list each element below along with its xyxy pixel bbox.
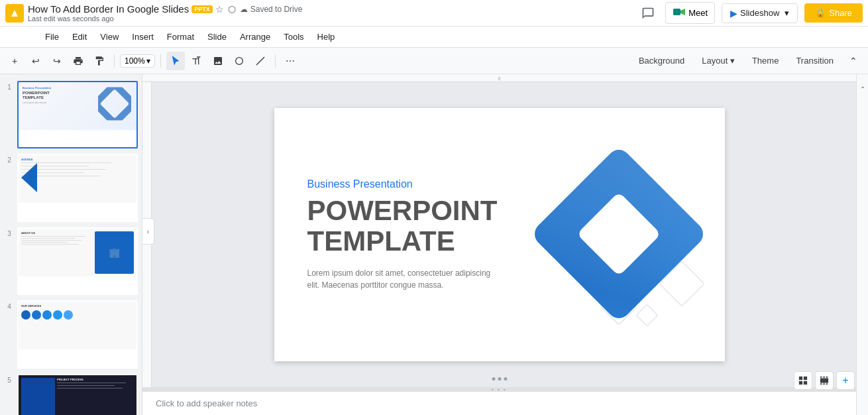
divider-3 — [275, 54, 276, 68]
toolbar-right: Background Layout ▾ Theme Transition ⌃ — [632, 52, 863, 70]
slide-1-thumbnail[interactable]: Business Presentation POWERPOINTTEMPLATE… — [17, 81, 138, 148]
svg-rect-13 — [804, 377, 807, 380]
share-label: Share — [829, 8, 852, 18]
transition-button[interactable]: Transition — [789, 53, 840, 68]
redo-button[interactable]: ↪ — [48, 52, 66, 70]
main-layout: 1 Business Presentation POWERPOINTTEMPLA… — [0, 74, 868, 415]
slide-5-thumbnail[interactable]: PROJECT PROCESS — [17, 374, 138, 416]
dot-1 — [492, 377, 495, 381]
menu-edit[interactable]: Edit — [67, 29, 92, 44]
slideshow-icon: ▶ — [730, 8, 737, 19]
drive-icon[interactable]: ⬡ — [228, 4, 236, 15]
svg-rect-18 — [823, 377, 825, 378]
svg-rect-4 — [98, 88, 131, 121]
last-edit-text: Last edit was seconds ago — [28, 15, 302, 23]
pptx-badge: PPTX — [191, 5, 213, 13]
menu-help[interactable]: Help — [312, 29, 341, 44]
panel-collapse-button[interactable]: ‹ — [142, 218, 154, 245]
slideshow-button[interactable]: ▶ Slideshow ▾ — [722, 3, 798, 23]
svg-point-2 — [235, 57, 243, 64]
slide-4-thumbnail[interactable]: OUR SERVICES — [17, 300, 138, 368]
menu-format[interactable]: Format — [162, 29, 199, 44]
slide-num-5: 5 — [4, 377, 15, 384]
slide-num-3: 3 — [4, 230, 15, 237]
star-icon[interactable]: ☆ — [215, 4, 224, 15]
saved-to-drive: ☁ Saved to Drive — [240, 4, 303, 15]
menu-file[interactable]: File — [40, 29, 64, 44]
slide-num-2: 2 — [4, 156, 15, 164]
slide-num-4: 4 — [4, 303, 15, 310]
speaker-notes[interactable]: Click to add speaker notes — [142, 391, 856, 415]
slide-body: Lorem ipsum dolor sit amet, consectetuer… — [307, 267, 519, 291]
svg-text:0: 0 — [498, 76, 501, 81]
zoom-value: 100% — [125, 56, 145, 66]
zoom-in-button[interactable]: + — [836, 371, 855, 390]
slideshow-dropdown-icon[interactable]: ▾ — [785, 8, 789, 18]
undo-button[interactable]: ↩ — [27, 52, 45, 70]
title-icons: ☆ ⬡ ☁ Saved to Drive — [215, 4, 303, 15]
zoom-dropdown-icon: ▾ — [146, 56, 150, 66]
svg-rect-12 — [799, 377, 802, 380]
right-panel-collapse[interactable]: ⌃ — [857, 80, 868, 98]
slide-2-thumbnail[interactable]: AGENDA — [17, 154, 138, 221]
comment-button[interactable] — [637, 3, 659, 24]
zoom-control[interactable]: 100% ▾ — [120, 54, 155, 68]
line-tool[interactable] — [251, 52, 270, 70]
svg-rect-14 — [799, 381, 802, 385]
menu-slide[interactable]: Slide — [202, 29, 232, 44]
layout-button[interactable]: Layout ▾ — [695, 53, 741, 68]
slide-3-thumbnail[interactable]: ABOUT US 🏢 — [17, 227, 138, 295]
diamond-svg — [533, 135, 705, 333]
svg-rect-15 — [804, 381, 807, 385]
slide-thumb-4[interactable]: 4 OUR SERVICES — [3, 299, 139, 369]
meet-button[interactable]: Meet — [665, 2, 715, 24]
lock-icon: 🔒 — [815, 8, 826, 18]
grid-view-button[interactable] — [794, 371, 812, 390]
print-button[interactable] — [69, 52, 87, 70]
shape-tool[interactable] — [230, 52, 248, 70]
menu-tools[interactable]: Tools — [278, 29, 309, 44]
background-button[interactable]: Background — [632, 53, 691, 68]
meet-icon — [673, 5, 686, 21]
slide-thumb-5[interactable]: 5 PROJECT PROCESS — [3, 373, 139, 416]
slide-panel: 1 Business Presentation POWERPOINTTEMPLA… — [0, 74, 142, 415]
slideshow-label: Slideshow — [740, 8, 779, 18]
paint-format-button[interactable] — [90, 52, 109, 70]
saved-text: Saved to Drive — [250, 5, 303, 14]
app-icon — [5, 4, 24, 23]
svg-rect-21 — [823, 383, 825, 385]
menu-insert[interactable]: Insert — [127, 29, 159, 44]
canvas-area[interactable]: Business Presentation POWERPOINT TEMPLAT… — [142, 82, 856, 387]
menu-arrange[interactable]: Arrange — [235, 29, 276, 44]
menu-view[interactable]: View — [95, 29, 124, 44]
slide-canvas[interactable]: Business Presentation POWERPOINT TEMPLAT… — [274, 108, 725, 361]
dot-3 — [504, 377, 507, 381]
theme-button[interactable]: Theme — [745, 53, 785, 68]
right-panel: ⌃ — [856, 74, 868, 415]
collapse-toolbar-button[interactable]: ⌃ — [844, 52, 863, 70]
slide-position-dots — [490, 376, 508, 382]
dot-2 — [498, 377, 501, 381]
divider-2 — [160, 54, 161, 68]
svg-rect-22 — [826, 383, 828, 385]
image-tool[interactable] — [209, 52, 227, 70]
horizontal-ruler: 0 — [142, 74, 856, 82]
add-button[interactable]: + — [5, 52, 24, 70]
slide-num-1: 1 — [4, 84, 15, 91]
svg-marker-1 — [680, 9, 685, 15]
cursor-tool[interactable] — [166, 52, 185, 70]
svg-line-3 — [256, 57, 264, 65]
speaker-notes-placeholder: Click to add speaker notes — [156, 398, 257, 408]
slide-thumb-2[interactable]: 2 AGENDA — [3, 152, 139, 223]
doc-title[interactable]: How To Add Border In Google Slides — [28, 3, 189, 15]
svg-rect-20 — [820, 383, 822, 385]
editor-area: 0 Business Presentation — [142, 74, 856, 415]
more-tools-button[interactable]: ⋯ — [281, 52, 299, 70]
slide-thumb-3[interactable]: 3 ABOUT US 🏢 — [3, 226, 139, 296]
filmstrip-view-button[interactable] — [815, 371, 834, 390]
textbox-tool[interactable] — [188, 52, 206, 70]
slide-thumb-1[interactable]: 1 Business Presentation POWERPOINTTEMPLA… — [3, 80, 139, 150]
top-bar: How To Add Border In Google Slides PPTX … — [0, 0, 868, 27]
divider-1 — [114, 54, 115, 68]
share-button[interactable]: 🔒 Share — [804, 3, 863, 23]
